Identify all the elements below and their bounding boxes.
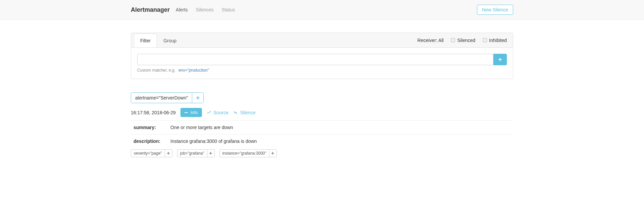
annotation-row: description: Instance grafana:3000 of gr…: [131, 134, 513, 148]
add-group-button[interactable]: [192, 93, 203, 103]
label-tag: severity="page": [131, 149, 172, 157]
annotation-value: Instance grafana:3000 of grafana is down: [170, 138, 257, 144]
receiver-label: Receiver: All: [418, 38, 444, 43]
label-tag-text: instance="grafana:3000": [220, 150, 269, 157]
info-button[interactable]: Info: [180, 108, 202, 117]
tab-filter[interactable]: Filter: [134, 34, 157, 47]
checkbox-icon: [451, 38, 455, 42]
annotations: summary: One or more targets are down de…: [131, 121, 513, 148]
chart-icon: [207, 110, 211, 115]
add-label-button[interactable]: [165, 150, 172, 157]
plus-icon: [167, 152, 170, 155]
group-tag-label: alertname="ServerDown": [131, 93, 192, 103]
silenced-checkbox[interactable]: Silenced: [451, 38, 475, 43]
plus-icon: [498, 57, 502, 62]
alert-header: 16:17:58, 2018-06-29 Info Source Silence: [131, 108, 513, 121]
new-silence-button[interactable]: New Silence: [477, 5, 513, 15]
navbar: Alertmanager Alerts Silences Status New …: [0, 0, 644, 20]
source-link-label: Source: [214, 110, 228, 115]
add-label-button[interactable]: [269, 150, 276, 157]
label-tag: instance="grafana:3000": [219, 149, 277, 157]
info-button-label: Info: [191, 110, 198, 115]
nav-link-alerts[interactable]: Alerts: [176, 7, 188, 12]
plus-icon: [271, 152, 274, 155]
matcher-example-link[interactable]: env="production": [178, 68, 209, 73]
add-label-button[interactable]: [207, 150, 214, 157]
alert-timestamp: 16:17:58, 2018-06-29: [131, 110, 176, 115]
tab-group[interactable]: Group: [157, 34, 183, 47]
inhibited-checkbox[interactable]: Inhibited: [483, 38, 507, 43]
plus-icon: [196, 96, 200, 100]
group-tag: alertname="ServerDown": [131, 92, 204, 103]
minus-icon: [184, 112, 188, 113]
silenced-checkbox-label: Silenced: [457, 38, 475, 43]
label-tag-text: severity="page": [131, 150, 165, 157]
plus-icon: [209, 152, 212, 155]
inhibited-checkbox-label: Inhibited: [489, 38, 507, 43]
matcher-hint: Custom matcher, e.g. env="production": [137, 68, 507, 73]
bell-off-icon: [233, 110, 238, 115]
filter-panel: Filter Group Receiver: All Silenced Inhi…: [131, 33, 513, 79]
nav-link-silences[interactable]: Silences: [196, 7, 214, 12]
labels-row: severity="page" job="grafana" instance="…: [131, 149, 513, 157]
annotation-key: description:: [133, 138, 170, 144]
brand: Alertmanager: [131, 6, 170, 13]
checkbox-icon: [483, 38, 487, 42]
nav-link-status[interactable]: Status: [222, 7, 235, 12]
annotation-value: One or more targets are down: [170, 125, 233, 130]
label-tag: job="grafana": [177, 149, 215, 157]
add-filter-button[interactable]: [493, 54, 507, 65]
source-link[interactable]: Source: [207, 110, 228, 115]
annotation-key: summary:: [133, 125, 170, 130]
label-tag-text: job="grafana": [177, 150, 207, 157]
annotation-row: summary: One or more targets are down: [131, 121, 513, 134]
filter-input[interactable]: [137, 54, 493, 65]
silence-link-label: Silence: [240, 110, 256, 115]
silence-link[interactable]: Silence: [233, 110, 256, 115]
